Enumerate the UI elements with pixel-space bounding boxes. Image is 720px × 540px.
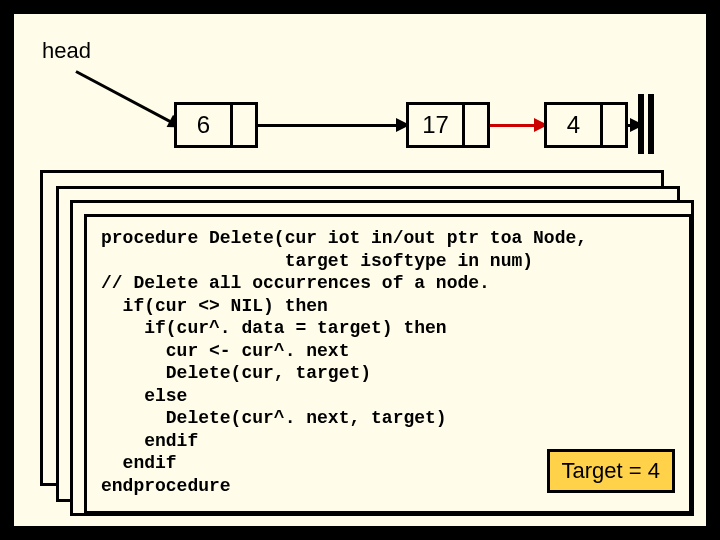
target-badge: Target = 4 — [547, 449, 675, 493]
list-node-1: 6 — [174, 102, 258, 148]
code-line: else — [101, 386, 187, 406]
arrow-node2-to-node3 — [490, 124, 546, 127]
node-next-ptr — [233, 105, 255, 145]
stack-frame-top: procedure Delete(cur iot in/out ptr toa … — [84, 214, 692, 514]
code-line: endif — [101, 431, 198, 451]
diagram-canvas: head 6 17 4 procedure Delete(cur iot in/… — [14, 14, 706, 526]
list-node-3: 4 — [544, 102, 628, 148]
node-next-ptr — [465, 105, 487, 145]
code-line: cur <- cur^. next — [101, 341, 349, 361]
code-line: target isoftype in num) — [101, 251, 533, 271]
code-line: // Delete all occurrences of a node. — [101, 273, 490, 293]
node-next-ptr — [603, 105, 625, 145]
node-value: 17 — [409, 105, 465, 145]
node-value: 4 — [547, 105, 603, 145]
code-line: Delete(cur^. next, target) — [101, 408, 447, 428]
code-line: procedure Delete(cur iot in/out ptr toa … — [101, 228, 587, 248]
head-label: head — [42, 38, 91, 64]
code-line: if(cur <> NIL) then — [101, 296, 328, 316]
list-node-2: 17 — [406, 102, 490, 148]
code-line: Delete(cur, target) — [101, 363, 371, 383]
code-line: endprocedure — [101, 476, 231, 496]
node-value: 6 — [177, 105, 233, 145]
arrow-node1-to-node2 — [258, 124, 408, 127]
code-line: endif — [101, 453, 177, 473]
arrow-head-to-node1 — [75, 70, 181, 128]
code-line: if(cur^. data = target) then — [101, 318, 447, 338]
nil-terminator-icon — [638, 94, 656, 154]
